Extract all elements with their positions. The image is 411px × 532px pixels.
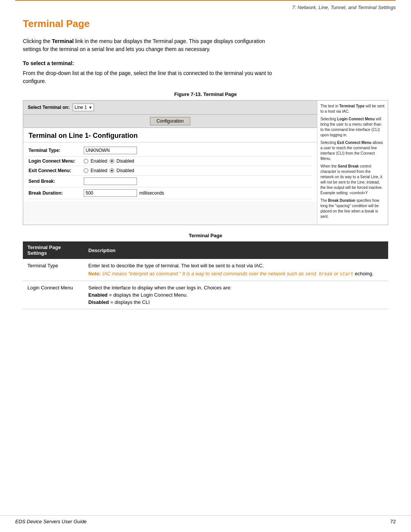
exit-connect-menu-label: Exit Connect Menu: [29,168,84,173]
right-text3: Selecting Exit Connect Menu allows a use… [320,140,385,161]
login-connect-desc: Select the interface to display when the… [88,285,384,291]
row-terminal-type-label: Terminal Type [23,259,84,281]
table-row: Login Connect Menu Select the interface … [23,281,388,309]
figure-caption: Figure 7-13. Terminal Page [23,91,388,97]
figure-right: The text in Terminal Type will be sent t… [317,101,388,225]
chapter-title: 7: Network, Line, Tunnel, and Terminal S… [292,5,396,10]
exit-connect-menu-options: Enabled Disabled [84,168,134,173]
row-terminal-type-desc: Enter text to describe the type of termi… [84,259,388,281]
exit-enabled-label: Enabled [91,168,107,173]
intro-text: Clicking the Terminal link in the menu b… [23,37,282,53]
login-disabled-radio[interactable] [110,159,114,163]
exit-enabled-radio[interactable] [84,168,88,173]
select-terminal-value: Line 1 [75,105,87,110]
login-connect-enabled: Enabled = displays the Login Connect Men… [88,292,384,298]
login-disabled-label: Disabled [116,158,134,164]
exit-connect-menu-row: Exit Connect Menu: Enabled Disabled [29,166,312,176]
page-title: Terminal Page [23,18,388,30]
note-label: Note: IAC means "interpret as command." … [88,271,354,276]
figure-left: Select Terminal on: Line 1 ▼ Configurati… [23,101,317,225]
right-text5: The Break Duration specifies how long th… [320,198,385,219]
figure-container: Select Terminal on: Line 1 ▼ Configurati… [23,100,388,225]
send-break-label: Send Break: [29,179,84,184]
login-connect-menu-label: Login Connect Menu: [29,158,84,164]
dropdown-arrow-icon: ▼ [89,105,92,110]
description-text: From the drop-down list at the top of th… [23,69,282,85]
select-terminal-dropdown[interactable]: Line 1 ▼ [73,104,94,111]
break-duration-row: Break Duration: 500 milliseconds [29,187,312,199]
page-header: 7: Network, Line, Tunnel, and Terminal S… [0,2,411,14]
select-terminal-label: Select Terminal on: [28,105,70,110]
send-break-value[interactable] [84,177,137,185]
main-content: Terminal Page Clicking the Terminal link… [0,14,411,321]
login-connect-menu-options: Enabled Disabled [84,158,134,164]
table-row: Terminal Type Enter text to describe the… [23,259,388,281]
table-caption-text: Terminal Page [189,233,222,238]
send-break-row: Send Break: [29,176,312,187]
description-table: Terminal PageSettings Description Termin… [23,241,388,309]
row-login-connect-label: Login Connect Menu [23,281,84,309]
sub-heading: To select a terminal: [23,60,388,66]
login-enabled-radio[interactable] [84,159,88,163]
top-rule [15,0,396,1]
footer-left-text: EDS Device Servers User Guide [15,519,87,524]
note-text-end: echoing. [354,271,374,276]
figure-section-title: Terminal on Line 1- Configuration [23,128,317,142]
col-header-description: Description [84,241,388,259]
page-footer: EDS Device Servers User Guide 72 [0,515,411,524]
break-duration-label: Break Duration: [29,190,84,196]
break-duration-value[interactable]: 500 [84,189,137,197]
table-caption: Terminal Page [23,233,388,238]
terminal-type-label: Terminal Type: [29,148,84,153]
exit-disabled-radio[interactable] [110,168,114,173]
figure-form: Terminal Type: UNKNOWN Login Connect Men… [23,142,317,201]
terminal-type-note: Note: IAC means "interpret as command." … [88,271,384,277]
col-header-settings: Terminal PageSettings [23,241,84,259]
break-duration-suffix: milliseconds [139,190,164,196]
table-header-row: Terminal PageSettings Description [23,241,388,259]
right-text4: When the Send Break control character is… [320,164,385,196]
login-connect-menu-row: Login Connect Menu: Enabled Disabled [29,157,312,166]
page-container: 7: Network, Line, Tunnel, and Terminal S… [0,0,411,532]
terminal-type-desc-text: Enter text to describe the type of termi… [88,263,384,268]
right-text1: The text in Terminal Type will be sent t… [320,104,385,114]
config-button-row: Configuration [23,115,317,128]
terminal-type-value[interactable]: UNKNOWN [84,147,137,154]
login-enabled-label: Enabled [91,158,107,164]
configuration-button[interactable]: Configuration [150,117,190,125]
terminal-type-row: Terminal Type: UNKNOWN [29,145,312,157]
login-connect-disabled: Disabled = displays the CLI [88,299,384,305]
right-text2: Selecting Login Connect Menu will bring … [320,117,385,138]
footer-page-number: 72 [390,519,396,524]
exit-disabled-label: Disabled [116,168,134,173]
figure-top-bar: Select Terminal on: Line 1 ▼ [23,101,317,115]
row-login-connect-desc: Select the interface to display when the… [84,281,388,309]
